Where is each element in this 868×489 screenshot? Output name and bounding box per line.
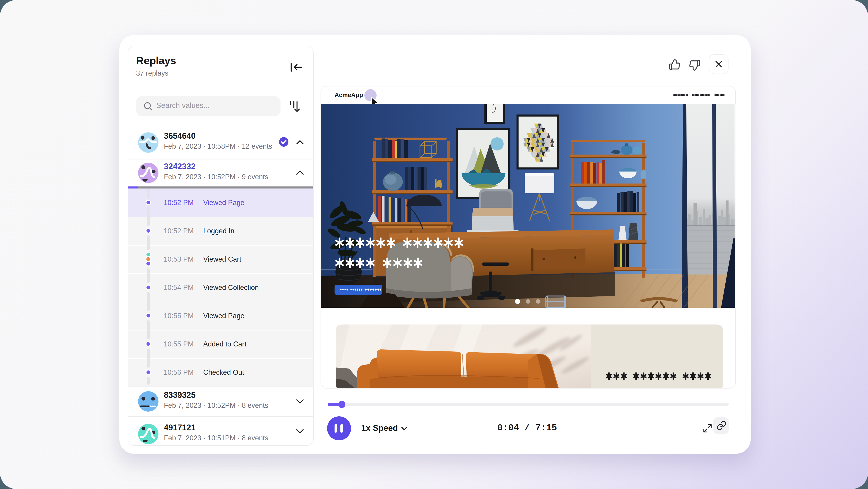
svg-text:10:55 PM: 10:55 PM xyxy=(164,340,194,348)
svg-text:10:55 PM: 10:55 PM xyxy=(164,312,194,320)
svg-text:Feb 7, 2023 · 10:52PM · 9 even: Feb 7, 2023 · 10:52PM · 9 events xyxy=(164,173,268,181)
svg-text:10:53 PM: 10:53 PM xyxy=(164,255,194,263)
svg-text:3242332: 3242332 xyxy=(164,162,195,171)
svg-text:Viewed Page: Viewed Page xyxy=(203,312,244,320)
svg-text:Feb 7, 2023 · 10:51PM · 8 even: Feb 7, 2023 · 10:51PM · 8 events xyxy=(164,434,268,442)
svg-text:10:54 PM: 10:54 PM xyxy=(164,284,194,291)
svg-text:10:56 PM: 10:56 PM xyxy=(164,368,194,376)
svg-text:Viewed Page: Viewed Page xyxy=(203,199,244,207)
svg-text:Logged In: Logged In xyxy=(203,227,235,235)
svg-text:Added to Cart: Added to Cart xyxy=(203,340,247,348)
svg-text:8339325: 8339325 xyxy=(164,390,195,400)
svg-text:3654640: 3654640 xyxy=(164,131,195,141)
svg-text:Feb 7, 2023 · 10:52PM · 8 even: Feb 7, 2023 · 10:52PM · 8 events xyxy=(164,401,268,409)
svg-text:Viewed Collection: Viewed Collection xyxy=(203,284,259,291)
svg-text:Checked Out: Checked Out xyxy=(203,368,244,376)
svg-text:10:52 PM: 10:52 PM xyxy=(164,227,194,235)
svg-text:4917121: 4917121 xyxy=(164,423,195,432)
svg-text:Feb 7, 2023 · 10:58PM · 12 eve: Feb 7, 2023 · 10:58PM · 12 events xyxy=(164,142,272,150)
svg-text:10:52 PM: 10:52 PM xyxy=(164,199,194,207)
svg-text:Viewed Cart: Viewed Cart xyxy=(203,255,241,263)
